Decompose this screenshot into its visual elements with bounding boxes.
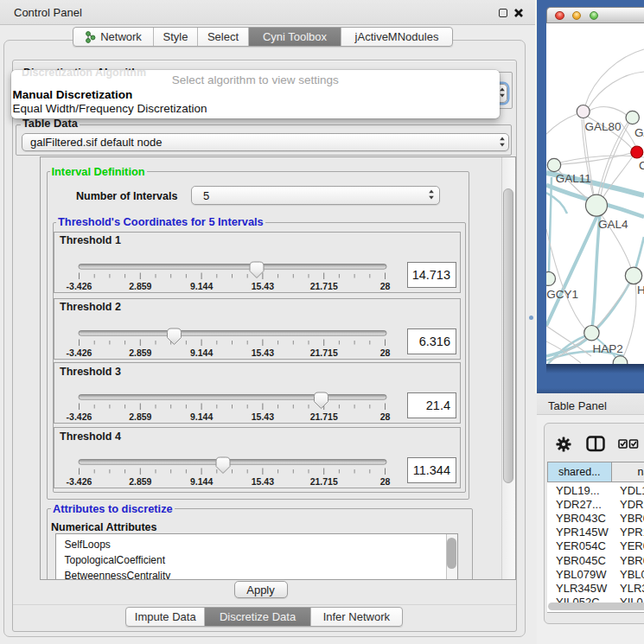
svg-text:9.144: 9.144 bbox=[190, 348, 213, 358]
svg-text:GAL4: GAL4 bbox=[598, 218, 628, 231]
svg-text:28: 28 bbox=[380, 476, 391, 487]
svg-text:2.859: 2.859 bbox=[129, 476, 151, 487]
svg-text:28: 28 bbox=[380, 411, 391, 422]
svg-text:28: 28 bbox=[380, 348, 391, 358]
svg-text:CUP: CUP bbox=[639, 159, 644, 172]
svg-text:-3.426: -3.426 bbox=[67, 476, 92, 487]
svg-text:GAL7: GAL7 bbox=[634, 126, 644, 139]
svg-text:28: 28 bbox=[380, 281, 391, 291]
svg-text:GAL80: GAL80 bbox=[584, 120, 621, 133]
svg-text:GCY1: GCY1 bbox=[546, 288, 578, 301]
svg-text:-3.426: -3.426 bbox=[67, 281, 92, 291]
svg-text:21.715: 21.715 bbox=[310, 348, 338, 358]
svg-text:GAL11: GAL11 bbox=[556, 172, 591, 185]
svg-text:15.43: 15.43 bbox=[252, 476, 274, 487]
svg-text:9.144: 9.144 bbox=[190, 476, 213, 487]
svg-text:-3.426: -3.426 bbox=[67, 411, 92, 422]
svg-text:9.144: 9.144 bbox=[190, 281, 213, 291]
svg-text:15.43: 15.43 bbox=[252, 281, 274, 291]
svg-text:2.859: 2.859 bbox=[129, 411, 151, 422]
svg-text:HAP2: HAP2 bbox=[592, 342, 622, 355]
svg-text:15.43: 15.43 bbox=[252, 411, 274, 422]
svg-text:21.715: 21.715 bbox=[310, 476, 338, 487]
svg-text:21.715: 21.715 bbox=[310, 281, 338, 291]
svg-text:21.715: 21.715 bbox=[310, 411, 338, 422]
svg-text:2.859: 2.859 bbox=[129, 348, 151, 358]
svg-text:15.43: 15.43 bbox=[252, 348, 274, 358]
svg-text:2.859: 2.859 bbox=[129, 281, 151, 291]
svg-text:-3.426: -3.426 bbox=[67, 348, 92, 358]
svg-text:HIS: HIS bbox=[637, 284, 644, 296]
svg-text:9.144: 9.144 bbox=[190, 411, 213, 422]
